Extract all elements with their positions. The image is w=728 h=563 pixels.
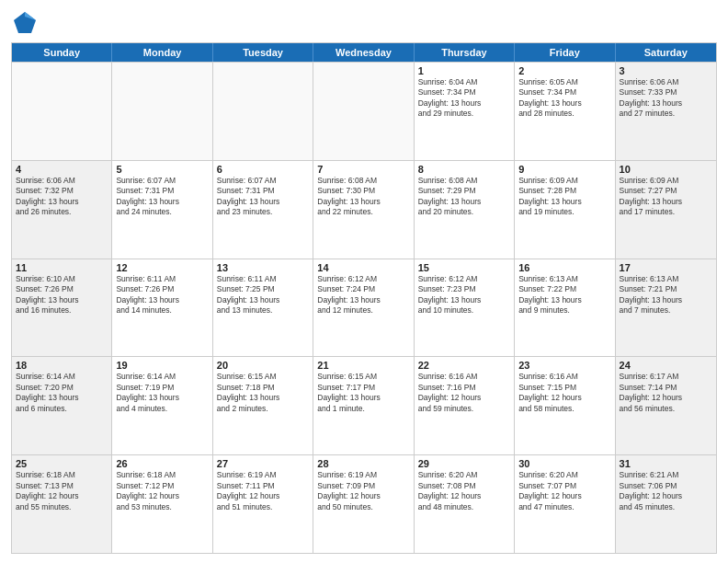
calendar-cell: 3Sunrise: 6:06 AM Sunset: 7:33 PM Daylig… <box>616 63 716 160</box>
logo <box>11 9 42 37</box>
day-number: 13 <box>217 262 309 273</box>
cell-text: Sunrise: 6:05 AM Sunset: 7:34 PM Dayligh… <box>518 77 610 120</box>
calendar-cell: 12Sunrise: 6:11 AM Sunset: 7:26 PM Dayli… <box>112 259 212 357</box>
cell-text: Sunrise: 6:12 AM Sunset: 7:23 PM Dayligh… <box>418 274 510 316</box>
cell-text: Sunrise: 6:16 AM Sunset: 7:15 PM Dayligh… <box>518 372 610 414</box>
calendar-cell: 6Sunrise: 6:07 AM Sunset: 7:31 PM Daylig… <box>213 161 313 259</box>
day-number: 23 <box>518 360 610 371</box>
cell-text: Sunrise: 6:06 AM Sunset: 7:33 PM Dayligh… <box>620 77 712 120</box>
calendar-cell: 15Sunrise: 6:12 AM Sunset: 7:23 PM Dayli… <box>415 259 515 357</box>
calendar-cell: 17Sunrise: 6:13 AM Sunset: 7:21 PM Dayli… <box>616 259 716 357</box>
day-number: 5 <box>116 164 208 175</box>
day-number: 12 <box>116 262 208 273</box>
day-number: 22 <box>418 360 510 371</box>
cell-text: Sunrise: 6:15 AM Sunset: 7:18 PM Dayligh… <box>217 372 309 414</box>
cell-text: Sunrise: 6:14 AM Sunset: 7:20 PM Dayligh… <box>16 372 108 414</box>
day-number: 10 <box>620 164 712 175</box>
calendar: SundayMondayTuesdayWednesdayThursdayFrid… <box>11 42 717 554</box>
cell-text: Sunrise: 6:13 AM Sunset: 7:22 PM Dayligh… <box>518 274 610 316</box>
cell-text: Sunrise: 6:11 AM Sunset: 7:25 PM Dayligh… <box>217 274 309 316</box>
day-number: 26 <box>116 458 208 469</box>
cell-text: Sunrise: 6:20 AM Sunset: 7:08 PM Dayligh… <box>418 470 510 512</box>
calendar-cell: 11Sunrise: 6:10 AM Sunset: 7:26 PM Dayli… <box>12 259 112 357</box>
cell-text: Sunrise: 6:21 AM Sunset: 7:06 PM Dayligh… <box>620 470 712 512</box>
calendar-cell: 16Sunrise: 6:13 AM Sunset: 7:22 PM Dayli… <box>515 259 615 357</box>
day-number: 8 <box>418 164 510 175</box>
calendar-cell: 30Sunrise: 6:20 AM Sunset: 7:07 PM Dayli… <box>515 455 615 553</box>
calendar-cell: 23Sunrise: 6:16 AM Sunset: 7:15 PM Dayli… <box>515 357 615 454</box>
calendar-week: 18Sunrise: 6:14 AM Sunset: 7:20 PM Dayli… <box>12 356 716 454</box>
cell-text: Sunrise: 6:08 AM Sunset: 7:29 PM Dayligh… <box>418 176 510 218</box>
day-number: 11 <box>16 262 108 273</box>
calendar-cell: 24Sunrise: 6:17 AM Sunset: 7:14 PM Dayli… <box>616 357 716 454</box>
cell-text: Sunrise: 6:17 AM Sunset: 7:14 PM Dayligh… <box>620 372 712 414</box>
header <box>11 9 717 37</box>
cell-text: Sunrise: 6:09 AM Sunset: 7:28 PM Dayligh… <box>518 176 610 218</box>
calendar-cell: 29Sunrise: 6:20 AM Sunset: 7:08 PM Dayli… <box>415 455 515 553</box>
calendar-cell: 21Sunrise: 6:15 AM Sunset: 7:17 PM Dayli… <box>313 357 414 454</box>
weekday-header: Saturday <box>616 43 716 62</box>
day-number: 2 <box>518 65 610 76</box>
day-number: 17 <box>620 262 712 273</box>
day-number: 24 <box>620 360 712 371</box>
day-number: 29 <box>418 458 510 469</box>
calendar-cell: 4Sunrise: 6:06 AM Sunset: 7:32 PM Daylig… <box>12 161 112 259</box>
calendar-week: 25Sunrise: 6:18 AM Sunset: 7:13 PM Dayli… <box>12 454 716 553</box>
day-number: 18 <box>16 360 108 371</box>
cell-text: Sunrise: 6:16 AM Sunset: 7:16 PM Dayligh… <box>418 372 510 414</box>
weekday-header: Monday <box>112 43 212 62</box>
day-number: 30 <box>518 458 610 469</box>
day-number: 21 <box>317 360 409 371</box>
calendar-cell: 19Sunrise: 6:14 AM Sunset: 7:19 PM Dayli… <box>112 357 212 454</box>
calendar-body: 1Sunrise: 6:04 AM Sunset: 7:34 PM Daylig… <box>12 62 716 553</box>
cell-text: Sunrise: 6:19 AM Sunset: 7:11 PM Dayligh… <box>217 470 309 512</box>
cell-text: Sunrise: 6:14 AM Sunset: 7:19 PM Dayligh… <box>116 372 208 414</box>
day-number: 27 <box>217 458 309 469</box>
weekday-header: Wednesday <box>313 43 414 62</box>
day-number: 31 <box>620 458 712 469</box>
weekday-header: Tuesday <box>213 43 313 62</box>
cell-text: Sunrise: 6:06 AM Sunset: 7:32 PM Dayligh… <box>16 176 108 218</box>
calendar-cell: 5Sunrise: 6:07 AM Sunset: 7:31 PM Daylig… <box>112 161 212 259</box>
calendar-cell: 10Sunrise: 6:09 AM Sunset: 7:27 PM Dayli… <box>616 161 716 259</box>
cell-text: Sunrise: 6:15 AM Sunset: 7:17 PM Dayligh… <box>317 372 409 414</box>
day-number: 4 <box>16 164 108 175</box>
cell-text: Sunrise: 6:12 AM Sunset: 7:24 PM Dayligh… <box>317 274 409 316</box>
day-number: 28 <box>317 458 409 469</box>
cell-text: Sunrise: 6:11 AM Sunset: 7:26 PM Dayligh… <box>116 274 208 316</box>
calendar-week: 11Sunrise: 6:10 AM Sunset: 7:26 PM Dayli… <box>12 259 716 357</box>
logo-icon <box>11 9 39 37</box>
day-number: 25 <box>16 458 108 469</box>
calendar-header: SundayMondayTuesdayWednesdayThursdayFrid… <box>12 43 716 62</box>
calendar-week: 4Sunrise: 6:06 AM Sunset: 7:32 PM Daylig… <box>12 160 716 259</box>
weekday-header: Thursday <box>415 43 515 62</box>
cell-text: Sunrise: 6:18 AM Sunset: 7:12 PM Dayligh… <box>116 470 208 512</box>
cell-text: Sunrise: 6:07 AM Sunset: 7:31 PM Dayligh… <box>116 176 208 218</box>
day-number: 14 <box>317 262 409 273</box>
cell-text: Sunrise: 6:04 AM Sunset: 7:34 PM Dayligh… <box>418 77 510 120</box>
calendar-cell: 13Sunrise: 6:11 AM Sunset: 7:25 PM Dayli… <box>213 259 313 357</box>
weekday-header: Sunday <box>12 43 112 62</box>
day-number: 16 <box>518 262 610 273</box>
cell-text: Sunrise: 6:10 AM Sunset: 7:26 PM Dayligh… <box>16 274 108 316</box>
calendar-cell: 8Sunrise: 6:08 AM Sunset: 7:29 PM Daylig… <box>415 161 515 259</box>
day-number: 20 <box>217 360 309 371</box>
calendar-cell: 7Sunrise: 6:08 AM Sunset: 7:30 PM Daylig… <box>313 161 414 259</box>
day-number: 9 <box>518 164 610 175</box>
cell-text: Sunrise: 6:19 AM Sunset: 7:09 PM Dayligh… <box>317 470 409 512</box>
calendar-cell: 2Sunrise: 6:05 AM Sunset: 7:34 PM Daylig… <box>515 63 615 160</box>
calendar-cell <box>313 63 414 160</box>
calendar-cell: 1Sunrise: 6:04 AM Sunset: 7:34 PM Daylig… <box>415 63 515 160</box>
cell-text: Sunrise: 6:09 AM Sunset: 7:27 PM Dayligh… <box>620 176 712 218</box>
cell-text: Sunrise: 6:13 AM Sunset: 7:21 PM Dayligh… <box>620 274 712 316</box>
calendar-cell: 28Sunrise: 6:19 AM Sunset: 7:09 PM Dayli… <box>313 455 414 553</box>
cell-text: Sunrise: 6:18 AM Sunset: 7:13 PM Dayligh… <box>16 470 108 512</box>
day-number: 19 <box>116 360 208 371</box>
calendar-cell: 25Sunrise: 6:18 AM Sunset: 7:13 PM Dayli… <box>12 455 112 553</box>
calendar-cell <box>12 63 112 160</box>
page: SundayMondayTuesdayWednesdayThursdayFrid… <box>0 0 728 563</box>
cell-text: Sunrise: 6:07 AM Sunset: 7:31 PM Dayligh… <box>217 176 309 218</box>
weekday-header: Friday <box>515 43 615 62</box>
calendar-cell: 20Sunrise: 6:15 AM Sunset: 7:18 PM Dayli… <box>213 357 313 454</box>
calendar-cell: 22Sunrise: 6:16 AM Sunset: 7:16 PM Dayli… <box>415 357 515 454</box>
